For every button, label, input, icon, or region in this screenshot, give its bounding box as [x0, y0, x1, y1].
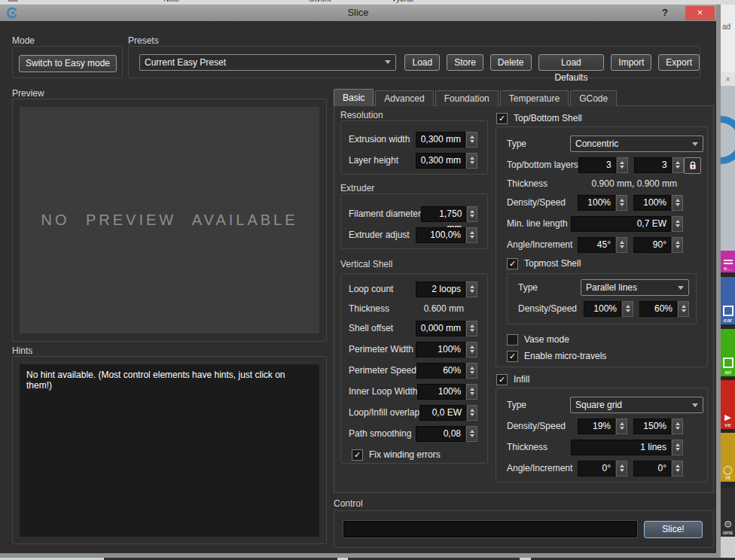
preset-dropdown[interactable]: Current Easy Preset [139, 54, 396, 71]
store-button[interactable]: Store [447, 54, 483, 71]
spin-buttons[interactable] [466, 153, 477, 169]
toolbar-print-icon[interactable]: ◯ nt [721, 433, 735, 482]
micro-travels-checkbox[interactable] [507, 351, 518, 362]
group-title: Infill [514, 374, 529, 385]
spin-buttons[interactable] [672, 216, 683, 232]
spin-buttons[interactable] [672, 440, 683, 455]
infill-checkbox[interactable] [496, 374, 508, 385]
spin-buttons[interactable] [672, 418, 683, 434]
path-smoothing-input[interactable]: 0,08 [416, 426, 465, 442]
export-button[interactable]: Export [658, 54, 700, 71]
spin-buttons[interactable] [622, 301, 633, 317]
perimeter-width-input[interactable]: 100% [416, 342, 465, 358]
perimeter-speed-input[interactable]: 60% [416, 363, 465, 379]
import-button[interactable]: Import [611, 54, 651, 71]
spin-buttons[interactable] [466, 363, 477, 379]
vertical-shell-group: Loop count 2 loops Thickness 0.600 mm Sh… [340, 273, 488, 464]
tab-basic[interactable]: Basic [334, 89, 374, 106]
toolbar-load-icon[interactable]: ad [721, 329, 735, 376]
inner-loop-width-input[interactable]: 100% [417, 384, 465, 400]
spin-buttons[interactable] [672, 195, 683, 211]
spin-buttons[interactable] [466, 321, 477, 336]
field-label: Layer height [349, 155, 416, 166]
tbs-density-input[interactable]: 100% [578, 195, 615, 211]
spin-buttons[interactable] [466, 132, 477, 148]
shell-offset-input[interactable]: 0,000 mm [416, 321, 465, 336]
tbs-increment-input[interactable]: 90° [633, 237, 671, 253]
toolbar-open-icon[interactable]: e... [721, 251, 735, 272]
infill-density-input[interactable]: 19% [578, 418, 615, 434]
topmost-speed-input[interactable]: 60% [639, 301, 677, 317]
tbs-speed-input[interactable]: 100% [633, 195, 671, 211]
toolbar-save-icon[interactable]: ▶ ve [721, 380, 735, 429]
spin-buttons[interactable] [466, 426, 477, 442]
spin-buttons[interactable] [672, 237, 683, 253]
fix-winding-errors-checkbox[interactable] [352, 449, 363, 461]
infill-angle-input[interactable]: 0° [578, 461, 615, 476]
toolbar-clear-icon[interactable]: ear [721, 277, 735, 324]
preset-selected-value: Current Easy Preset [145, 57, 385, 68]
field-label: Min. line length [507, 218, 571, 229]
vase-mode-row: Vase mode [496, 331, 707, 348]
top-layers-input[interactable]: 3 [578, 157, 616, 173]
layers-lock-button[interactable] [684, 157, 701, 174]
hints-group: No hint available. (Most control element… [12, 356, 327, 544]
spin-buttons[interactable] [616, 461, 627, 476]
load-defaults-button[interactable]: Load Defaults [538, 54, 605, 71]
title-bar[interactable]: Slice ? × [0, 5, 716, 21]
spin-buttons[interactable] [467, 405, 477, 421]
loop-infill-overlap-input[interactable]: 0,0 EW [419, 405, 466, 421]
window-frame-bottom [0, 553, 721, 558]
field-label: Loop/Infill overlap [349, 407, 419, 418]
spin-buttons[interactable] [616, 195, 627, 211]
help-button[interactable]: ? [657, 5, 672, 21]
close-button[interactable]: × [685, 6, 715, 20]
spin-buttons[interactable] [466, 384, 477, 400]
spin-buttons[interactable] [617, 157, 628, 173]
infill-type-dropdown[interactable]: Square grid [570, 397, 703, 413]
layer-height-input[interactable]: 0,300 mm [416, 153, 465, 169]
background-logo-arc [721, 116, 735, 164]
spin-buttons[interactable] [466, 282, 477, 297]
slice-button[interactable]: Slice! [644, 521, 703, 538]
spin-buttons[interactable] [466, 342, 477, 358]
infill-thickness-input[interactable]: 1 lines [571, 440, 671, 455]
topmost-type-dropdown[interactable]: Parallel lines [581, 279, 689, 296]
spin-buttons[interactable] [672, 461, 683, 476]
loop-count-input[interactable]: 2 loops [416, 282, 465, 297]
top-bottom-shell-checkbox[interactable] [496, 113, 508, 124]
delete-button[interactable]: Delete [490, 54, 532, 71]
field-label: Extrusion width [349, 134, 416, 145]
toolbar-options-icon[interactable]: ⚙ ons [721, 488, 735, 537]
spin-buttons[interactable] [466, 227, 477, 243]
min-line-length-input[interactable]: 0,7 EW [571, 216, 671, 232]
extruder-adjust-input[interactable]: 100,0% [416, 227, 465, 243]
vase-mode-checkbox[interactable] [507, 334, 518, 345]
field-row: Filament diameter 1,750 mm [341, 203, 487, 224]
checkbox-label: Topmost Shell [524, 258, 581, 269]
tab-temperature[interactable]: Temperature [500, 90, 569, 106]
extrusion-width-input[interactable]: 0,300 mm [416, 132, 465, 148]
spin-buttons[interactable] [616, 237, 627, 253]
spin-buttons[interactable] [467, 206, 477, 222]
tab-foundation[interactable]: Foundation [435, 90, 499, 106]
tbs-angle-input[interactable]: 45° [578, 237, 615, 253]
field-row: Min. line length 0,7 EW [496, 213, 707, 234]
tab-gcode[interactable]: GCode [570, 90, 617, 106]
spin-buttons[interactable] [616, 418, 627, 434]
load-button[interactable]: Load [404, 54, 440, 71]
spin-buttons[interactable] [678, 301, 689, 317]
tab-advanced[interactable]: Advanced [375, 90, 433, 106]
switch-easy-mode-button[interactable]: Switch to Easy mode [19, 55, 117, 72]
tbs-type-dropdown[interactable]: Concentric [570, 135, 703, 152]
bottom-layers-input[interactable]: 3 [634, 157, 672, 173]
infill-speed-input[interactable]: 150% [633, 418, 671, 434]
filament-diameter-input[interactable]: 1,750 mm [421, 206, 466, 222]
control-label: Control [334, 498, 363, 509]
shell-thickness-value: 0.600 mm [424, 303, 464, 314]
infill-increment-input[interactable]: 0° [633, 461, 671, 476]
spin-buttons[interactable] [672, 157, 684, 173]
field-label: Type [518, 282, 581, 293]
topmost-density-input[interactable]: 100% [584, 301, 621, 317]
topmost-shell-checkbox[interactable] [507, 258, 518, 269]
